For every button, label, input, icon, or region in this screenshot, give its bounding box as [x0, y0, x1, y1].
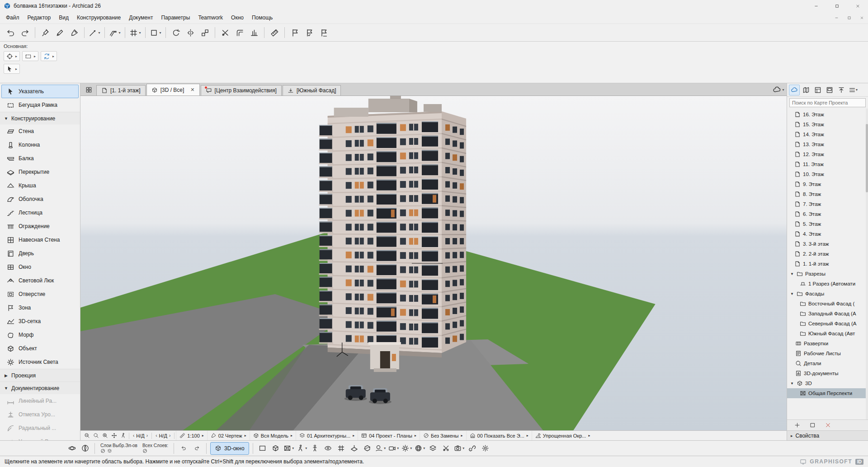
navigator-scrollbar[interactable] [866, 109, 868, 419]
view-link-button[interactable] [467, 442, 478, 455]
tool-dimang-button[interactable]: Условный Разм [1, 435, 79, 440]
minimize-button[interactable] [806, 0, 826, 12]
toolbar-mirror-button[interactable] [184, 26, 197, 39]
navigator-item-12[interactable]: 5. Этаж [787, 219, 868, 229]
tower-building[interactable] [319, 96, 466, 372]
navigator-item-3[interactable]: 14. Этаж [787, 129, 868, 139]
toolbar-split-button[interactable] [218, 26, 232, 39]
tool-light-button[interactable]: Источник Света [1, 355, 79, 369]
navigator-menu-button[interactable]: ▾ [848, 85, 859, 95]
navigator-viewmap-button[interactable] [812, 85, 823, 95]
navigator-item-4[interactable]: 13. Этаж [787, 139, 868, 149]
toolbar-syringe-button[interactable] [38, 26, 52, 39]
properties-panel-header[interactable]: ▸ Свойства [787, 430, 868, 440]
navigator-item-1[interactable]: 16. Этаж [787, 110, 868, 119]
tool-window-button[interactable]: Окно [1, 260, 79, 274]
tool-wall-button[interactable]: Стена [1, 124, 79, 138]
quick-option-3[interactable]: Вся Модель▸ [250, 431, 296, 440]
menu-item-5[interactable]: Документ [125, 13, 157, 23]
toolbar-pen-button[interactable] [67, 26, 81, 39]
tab-1[interactable]: [1. 1-й этаж] [96, 85, 146, 95]
3d-window-button[interactable]: 3D-окно [210, 442, 249, 455]
tab-4[interactable]: [Южный Фасад] [283, 85, 341, 95]
next-button[interactable]: › [146, 433, 148, 438]
view-cube-button[interactable] [270, 442, 282, 455]
toolbox-section-23[interactable]: ▼Документирование [0, 381, 80, 394]
navigator-item-20[interactable]: Восточный Фасад ( [787, 299, 868, 309]
navigator-item-19[interactable]: ▼Фасады [787, 289, 868, 299]
view-layers3d-button[interactable] [427, 442, 439, 455]
navigator-item-15[interactable]: 2. 2-й этаж [787, 249, 868, 259]
tool-morph-button[interactable]: Морф [1, 328, 79, 342]
quick-option-2[interactable]: 02 Чертеж▸ [207, 431, 250, 440]
tool-railing-button[interactable]: Ограждение [1, 219, 79, 233]
quick-pan-button[interactable] [109, 432, 118, 440]
tool-opening-button[interactable]: Отверстие [1, 287, 79, 301]
navigator-projectmap-button[interactable] [801, 85, 811, 95]
toolbox-section-22[interactable]: ▶Проекция [0, 369, 80, 381]
navigator-item-22[interactable]: Северный Фасад (А [787, 319, 868, 329]
view-capture-button[interactable]: ▾ [453, 442, 465, 455]
tool-curtain-button[interactable]: Навесная Стена [1, 233, 79, 247]
view-look-button[interactable] [322, 442, 334, 455]
collapse-arrow-icon[interactable]: ▼ [790, 381, 794, 386]
menu-item-2[interactable]: Редактор [24, 13, 55, 23]
view-shadows-button[interactable]: ▾ [375, 442, 387, 455]
quick-zoomout-button[interactable] [82, 432, 91, 440]
navigator-item-11[interactable]: 6. Этаж [787, 209, 868, 219]
toolbar-boxsel-button[interactable]: ▾ [149, 26, 162, 39]
view-undosm-button[interactable] [178, 442, 189, 455]
hidelayer-button[interactable] [100, 448, 105, 453]
tool-column-button[interactable]: Колонна [1, 138, 79, 152]
toolbox-section-3[interactable]: ▼Конструирование [0, 112, 80, 124]
navigator-item-7[interactable]: 10. Этаж [787, 169, 868, 179]
view-explore-button[interactable] [79, 442, 91, 455]
navigator-item-14[interactable]: 3. 3-й этаж [787, 239, 868, 249]
tool-pointer-button[interactable]: Указатель [1, 85, 79, 98]
view-persp-button[interactable]: ▾ [283, 442, 295, 455]
document-close-button[interactable] [855, 12, 868, 24]
view-cut3d-button[interactable] [362, 442, 373, 455]
tool-stair-button[interactable]: Лестница [1, 206, 79, 219]
3d-scene[interactable] [80, 96, 787, 430]
menu-item-8[interactable]: Окно [227, 13, 248, 23]
tool-object-button[interactable]: Объект [1, 342, 79, 355]
document-minimize-button[interactable] [830, 12, 843, 24]
navigator-cloudnav-button[interactable] [789, 85, 800, 95]
navigator-item-13[interactable]: 4. Этаж [787, 229, 868, 239]
navigator-search-input[interactable] [789, 98, 866, 107]
toolbar-rotate-button[interactable] [169, 26, 183, 39]
viewport-3d[interactable] [80, 96, 787, 430]
prev-button[interactable]: ‹ [133, 433, 134, 438]
toolbar-array-button[interactable] [198, 26, 212, 39]
toolbar-intersect-button[interactable] [233, 26, 246, 39]
tool-door-button[interactable]: Дверь [1, 247, 79, 260]
navigator-plus-button[interactable] [793, 421, 802, 430]
navigator-item-8[interactable]: 9. Этаж [787, 179, 868, 189]
quick-option-5[interactable]: 04 Проект - Планы▸ [358, 431, 420, 440]
tab-2[interactable]: [3D / Все]✕ [146, 84, 200, 95]
navigator-item-25[interactable]: Рабочие Листы [787, 348, 868, 358]
tool-dimlevel-button[interactable]: Отметка Уро... [1, 408, 79, 421]
tab-3[interactable]: [Центр Взаимодействия] [201, 85, 282, 95]
navigator-layoutbook-button[interactable] [824, 85, 835, 95]
sololayer-button[interactable] [107, 448, 112, 453]
menu-item-4[interactable]: Конструирование [73, 13, 125, 23]
toolbar-flag-button[interactable] [288, 26, 302, 39]
navigator-item-16[interactable]: 1. 1-й этаж [787, 259, 868, 269]
infobox-target-button[interactable]: ▸ [4, 51, 20, 61]
navigator-item-27[interactable]: 3D-документы [787, 368, 868, 378]
collapse-arrow-icon[interactable]: ▼ [790, 292, 794, 296]
toolbar-flag2-button[interactable] [302, 26, 316, 39]
tool-shell-button[interactable]: Оболочка [1, 192, 79, 206]
quick-option-1[interactable]: 1:100▸ [176, 431, 207, 440]
menu-item-9[interactable]: Помощь [248, 13, 277, 23]
view-clipsc-button[interactable] [440, 442, 452, 455]
tool-beam-button[interactable]: Балка [1, 152, 79, 165]
navigator-publisher-button[interactable] [836, 85, 847, 95]
quick-zoomsel-button[interactable] [91, 432, 100, 440]
navigator-item-17[interactable]: ▼Разрезы [787, 269, 868, 279]
view-frame-button[interactable] [257, 442, 269, 455]
navigator-closeaction-button[interactable] [823, 421, 832, 430]
tool-dimrad-button[interactable]: Радиальный ... [1, 421, 79, 435]
